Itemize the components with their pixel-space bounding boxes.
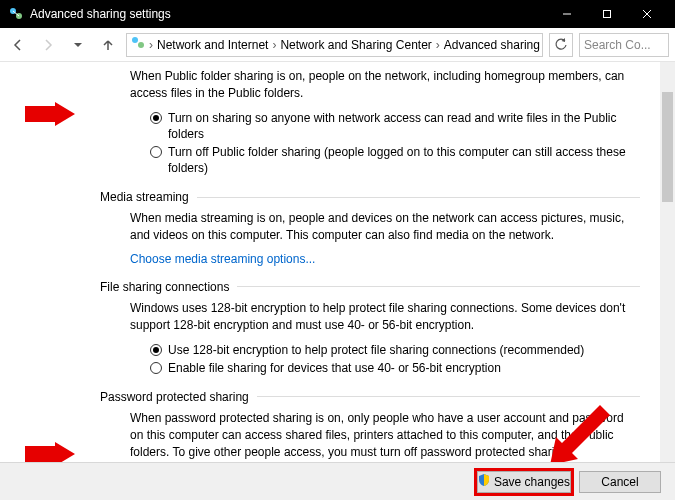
- public-folder-intro: When Public folder sharing is on, people…: [130, 68, 640, 102]
- up-button[interactable]: [96, 33, 120, 57]
- breadcrumb-icon: [131, 36, 145, 53]
- cancel-button[interactable]: Cancel: [579, 471, 661, 493]
- password-heading: Password protected sharing: [100, 390, 640, 404]
- chevron-right-icon: ›: [436, 38, 440, 52]
- scroll-thumb[interactable]: [662, 92, 673, 202]
- minimize-button[interactable]: [547, 0, 587, 28]
- file-sharing-heading: File sharing connections: [100, 280, 640, 294]
- search-input[interactable]: Search Co...: [579, 33, 669, 57]
- encryption-128-radio[interactable]: [150, 344, 162, 356]
- window-title: Advanced sharing settings: [30, 7, 547, 21]
- annotation-arrow-icon: [25, 442, 75, 462]
- app-icon: [8, 6, 24, 22]
- refresh-button[interactable]: [549, 33, 573, 57]
- svg-point-5: [138, 42, 144, 48]
- content-area: When Public folder sharing is on, people…: [0, 62, 660, 462]
- save-changes-button[interactable]: Save changes: [477, 471, 571, 493]
- media-streaming-heading: Media streaming: [100, 190, 640, 204]
- maximize-button[interactable]: [587, 0, 627, 28]
- shield-icon: [478, 474, 490, 489]
- back-button[interactable]: [6, 33, 30, 57]
- forward-button[interactable]: [36, 33, 60, 57]
- file-sharing-desc: Windows uses 128-bit encryption to help …: [130, 300, 640, 334]
- breadcrumb[interactable]: › Network and Internet › Network and Sha…: [126, 33, 543, 57]
- media-desc: When media streaming is on, people and d…: [130, 210, 640, 244]
- annotation-arrow-icon: [25, 102, 75, 126]
- chevron-right-icon: ›: [149, 38, 153, 52]
- public-sharing-off-radio[interactable]: [150, 146, 162, 158]
- close-button[interactable]: [627, 0, 667, 28]
- search-placeholder: Search Co...: [584, 38, 651, 52]
- public-sharing-on-radio[interactable]: [150, 112, 162, 124]
- svg-rect-3: [604, 11, 611, 18]
- encryption-4056-label: Enable file sharing for devices that use…: [168, 360, 501, 376]
- password-desc: When password protected sharing is on, o…: [130, 410, 640, 460]
- breadcrumb-item[interactable]: Network and Internet: [157, 38, 268, 52]
- dialog-footer: Save changes Cancel: [0, 462, 675, 500]
- vertical-scrollbar[interactable]: [660, 62, 675, 462]
- svg-marker-7: [25, 442, 75, 462]
- recent-button[interactable]: [66, 33, 90, 57]
- save-button-label: Save changes: [494, 475, 570, 489]
- breadcrumb-item[interactable]: Network and Sharing Center: [280, 38, 431, 52]
- window-titlebar: Advanced sharing settings: [0, 0, 675, 28]
- public-sharing-off-label: Turn off Public folder sharing (people l…: [168, 144, 640, 176]
- svg-marker-6: [25, 102, 75, 126]
- svg-point-4: [132, 37, 138, 43]
- public-sharing-on-label: Turn on sharing so anyone with network a…: [168, 110, 640, 142]
- media-options-link[interactable]: Choose media streaming options...: [130, 252, 640, 266]
- encryption-4056-radio[interactable]: [150, 362, 162, 374]
- breadcrumb-item[interactable]: Advanced sharing settings: [444, 38, 543, 52]
- encryption-128-label: Use 128-bit encryption to help protect f…: [168, 342, 584, 358]
- cancel-button-label: Cancel: [601, 475, 638, 489]
- nav-bar: › Network and Internet › Network and Sha…: [0, 28, 675, 62]
- chevron-right-icon: ›: [272, 38, 276, 52]
